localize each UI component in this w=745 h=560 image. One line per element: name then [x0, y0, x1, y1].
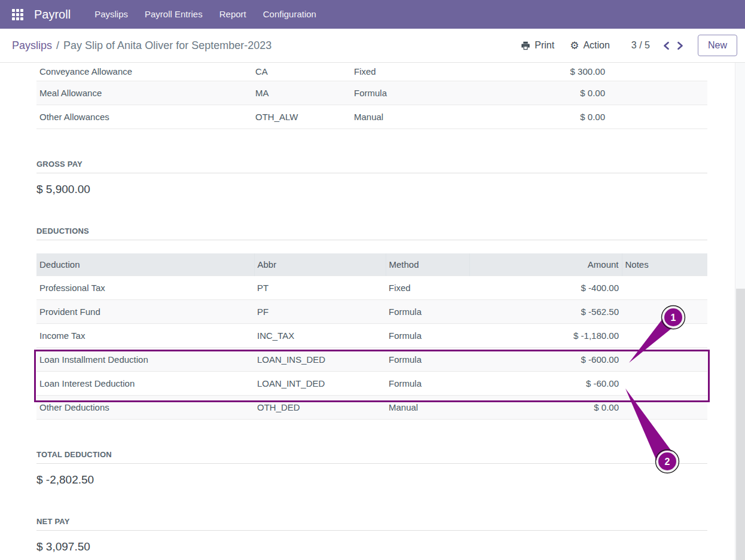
- allowance-row-abbr-cell: OTH_ALW: [252, 105, 351, 128]
- deduction-row-amount-cell: $ -400.00: [469, 276, 622, 300]
- breadcrumb: Payslips/Pay Slip of Anita Oliver for Se…: [12, 39, 271, 52]
- deduction-row[interactable]: Loan Interest DeductionLOAN_INT_DEDFormu…: [36, 372, 707, 396]
- deduction-row[interactable]: Other DeductionsOTH_DEDManual$ 0.00: [36, 396, 707, 420]
- net-pay-value: $ 3,097.50: [36, 540, 745, 553]
- control-panel-actions: Print ⚙ Action 3 / 5 New: [505, 35, 737, 56]
- allowance-row[interactable]: Conveyance AllowanceCAFixed$ 300.00: [36, 63, 707, 81]
- deduction-row-abbr-cell: OTH_DED: [254, 396, 386, 420]
- deduction-row-notes-cell: [622, 372, 707, 396]
- column-header-abbr[interactable]: Abbr: [254, 253, 386, 276]
- pager-value[interactable]: 3 / 5: [631, 40, 650, 51]
- nav-menu-item-payroll-entries[interactable]: Payroll Entries: [136, 0, 211, 29]
- column-header-deduction[interactable]: Deduction: [36, 253, 254, 276]
- deduction-row-method-cell: Formula: [386, 300, 469, 324]
- chevron-right-icon: [676, 41, 684, 50]
- vertical-scrollbar-thumb[interactable]: [736, 289, 745, 560]
- deduction-row-method-cell: Formula: [386, 372, 469, 396]
- gross-pay-value: $ 5,900.00: [36, 183, 745, 196]
- allowance-row-method-cell: Formula: [351, 81, 471, 105]
- action-label: Action: [583, 40, 609, 51]
- deduction-row-notes-cell: [622, 300, 707, 324]
- deduction-row-amount-cell: $ -600.00: [469, 348, 622, 372]
- deduction-row-abbr-cell: PT: [254, 276, 386, 300]
- allowance-row-abbr-cell: MA: [252, 81, 351, 105]
- deduction-row-amount-cell: $ -1,180.00: [469, 324, 622, 348]
- allowance-row-name-cell: Conveyance Allowance: [36, 63, 252, 81]
- deductions-table: DeductionAbbrMethodAmountNotes Professio…: [36, 253, 707, 420]
- allowance-row-method-cell: Fixed: [351, 63, 471, 81]
- deduction-row-notes-cell: [622, 396, 707, 420]
- allowance-row-name-cell: Meal Allowance: [36, 81, 252, 105]
- deductions-label: DEDUCTIONS: [36, 227, 707, 240]
- action-button[interactable]: ⚙ Action: [570, 40, 610, 51]
- deduction-row-name-cell: Professional Tax: [36, 276, 254, 300]
- allowances-table: Conveyance AllowanceCAFixed$ 300.00Meal …: [36, 63, 707, 129]
- deduction-row-abbr-cell: PF: [254, 300, 386, 324]
- deduction-row[interactable]: Provident FundPFFormula$ -562.50: [36, 300, 707, 324]
- chevron-left-icon: [662, 41, 670, 50]
- gear-icon: ⚙: [570, 41, 579, 51]
- breadcrumb-payslips-link[interactable]: Payslips: [12, 39, 52, 51]
- allowance-row-abbr-cell: CA: [252, 63, 351, 81]
- apps-menu-button[interactable]: [10, 7, 26, 23]
- deduction-row-abbr-cell: LOAN_INS_DED: [254, 348, 386, 372]
- nav-menu-item-configuration[interactable]: Configuration: [255, 0, 325, 29]
- allowance-row[interactable]: Other AllowancesOTH_ALWManual$ 0.00: [36, 105, 707, 128]
- breadcrumb-separator: /: [56, 39, 59, 51]
- grid-icon: [12, 9, 23, 20]
- allowance-row-name-cell: Other Allowances: [36, 105, 252, 128]
- breadcrumb-current: Pay Slip of Anita Oliver for September-2…: [63, 39, 271, 51]
- total-deduction-value: $ -2,802.50: [36, 473, 745, 486]
- deduction-row-name-cell: Provident Fund: [36, 300, 254, 324]
- deduction-row-notes-cell: [622, 324, 707, 348]
- deduction-row[interactable]: Loan Installment DeductionLOAN_INS_DEDFo…: [36, 348, 707, 372]
- new-button[interactable]: New: [698, 35, 737, 56]
- payslip-sheet: Conveyance AllowanceCAFixed$ 300.00Meal …: [0, 63, 745, 553]
- deduction-row-amount-cell: $ 0.00: [469, 396, 622, 420]
- vertical-scrollbar-track[interactable]: [735, 63, 745, 560]
- printer-icon: [521, 41, 530, 50]
- top-navbar: Payroll PayslipsPayroll EntriesReportCon…: [0, 0, 745, 29]
- deduction-row-method-cell: Manual: [386, 396, 469, 420]
- total-deduction-label: TOTAL DEDUCTION: [36, 450, 707, 464]
- allowance-row-notes-cell: [608, 63, 707, 81]
- allowance-row[interactable]: Meal AllowanceMAFormula$ 0.00: [36, 81, 707, 105]
- print-button[interactable]: Print: [521, 40, 554, 51]
- gross-pay-label: GROSS PAY: [36, 160, 707, 173]
- allowance-row-amount-cell: $ 0.00: [471, 105, 608, 128]
- deduction-row[interactable]: Professional TaxPTFixed$ -400.00: [36, 276, 707, 300]
- pager-next-button[interactable]: [673, 40, 687, 51]
- deduction-row-amount-cell: $ -562.50: [469, 300, 622, 324]
- nav-menu: PayslipsPayroll EntriesReportConfigurati…: [86, 0, 325, 29]
- allowance-row-method-cell: Manual: [351, 105, 471, 128]
- deductions-header-row: DeductionAbbrMethodAmountNotes: [36, 253, 707, 276]
- allowance-row-notes-cell: [608, 81, 707, 105]
- print-label: Print: [535, 40, 554, 51]
- deduction-row-amount-cell: $ -60.00: [469, 372, 622, 396]
- deduction-row-name-cell: Other Deductions: [36, 396, 254, 420]
- net-pay-label: NET PAY: [36, 517, 707, 531]
- allowance-row-notes-cell: [608, 105, 707, 128]
- app-brand[interactable]: Payroll: [34, 8, 71, 22]
- allowance-row-amount-cell: $ 0.00: [471, 81, 608, 105]
- deduction-row-abbr-cell: LOAN_INT_DED: [254, 372, 386, 396]
- deduction-row-method-cell: Formula: [386, 324, 469, 348]
- column-header-method[interactable]: Method: [386, 253, 469, 276]
- deduction-row[interactable]: Income TaxINC_TAXFormula$ -1,180.00: [36, 324, 707, 348]
- column-header-notes[interactable]: Notes: [622, 253, 707, 276]
- deduction-row-name-cell: Loan Installment Deduction: [36, 348, 254, 372]
- deduction-row-method-cell: Fixed: [386, 276, 469, 300]
- allowance-row-amount-cell: $ 300.00: [471, 63, 608, 81]
- control-panel: Payslips/Pay Slip of Anita Oliver for Se…: [0, 29, 745, 63]
- column-header-amount[interactable]: Amount: [469, 253, 622, 276]
- deduction-row-name-cell: Loan Interest Deduction: [36, 372, 254, 396]
- deduction-row-abbr-cell: INC_TAX: [254, 324, 386, 348]
- nav-menu-item-report[interactable]: Report: [211, 0, 255, 29]
- nav-menu-item-payslips[interactable]: Payslips: [86, 0, 136, 29]
- deduction-row-method-cell: Formula: [386, 348, 469, 372]
- deduction-row-name-cell: Income Tax: [36, 324, 254, 348]
- deduction-row-notes-cell: [622, 276, 707, 300]
- deduction-row-notes-cell: [622, 348, 707, 372]
- pager-previous-button[interactable]: [659, 40, 673, 51]
